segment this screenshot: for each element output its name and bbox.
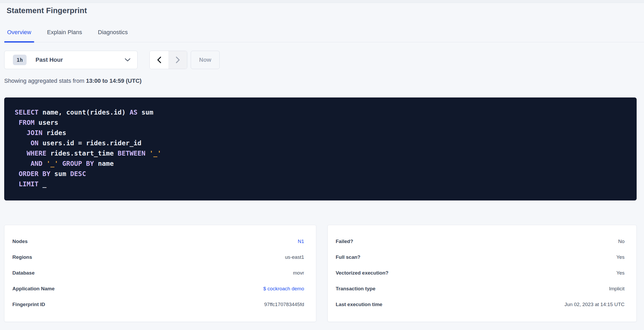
row-value-link[interactable]: $ cockroach demo [263, 286, 304, 292]
summary-row: Full scan?Yes [336, 249, 625, 265]
sql-token-id: name [94, 160, 114, 167]
summary-row: Last execution timeJun 02, 2023 at 14:15… [336, 297, 625, 312]
interval-badge: 1h [13, 55, 27, 65]
tab-diagnostics[interactable]: Diagnostics [95, 24, 131, 42]
summary-card-left: NodesN1Regionsus-east1DatabasemovrApplic… [4, 225, 316, 322]
summary-row: NodesN1 [12, 234, 304, 249]
stats-summary-range: 13:00 to 14:59 (UTC) [86, 78, 142, 84]
sql-token-kw: FROM [19, 119, 34, 126]
row-label: Database [12, 270, 35, 276]
summary-row: Vectorized execution?Yes [336, 265, 625, 281]
top-divider [0, 0, 644, 3]
row-label: Fingerprint ID [12, 302, 45, 307]
row-value: Yes [616, 270, 625, 276]
summary-row: Failed?No [336, 234, 625, 249]
sql-token-id [15, 119, 19, 126]
sql-token-kw: WHERE [27, 149, 46, 157]
sql-token-id [15, 170, 19, 178]
row-value-link[interactable]: N1 [298, 239, 304, 244]
prev-time-button[interactable] [150, 51, 168, 69]
sql-token-id [42, 160, 46, 167]
summary-row: Fingerprint ID97ffc170783445fd [12, 297, 304, 312]
sql-token-kw: ORDER BY [19, 170, 50, 178]
summary-cards: NodesN1Regionsus-east1DatabasemovrApplic… [4, 225, 637, 322]
sql-token-str: '_' [46, 160, 58, 167]
sql-token-id [15, 139, 31, 147]
row-value: No [618, 239, 625, 244]
row-value: Implicit [609, 286, 625, 292]
chevron-right-icon [176, 56, 180, 63]
sql-statement-box: SELECT name, count(rides.id) AS sum FROM… [4, 97, 637, 200]
stats-summary: Showing aggregated stats from 13:00 to 1… [4, 78, 644, 84]
row-label: Failed? [336, 239, 353, 244]
sql-token-id: sum [50, 170, 70, 178]
sql-token-kw: JOIN [27, 129, 42, 137]
row-value: Yes [616, 254, 625, 260]
sql-token-id [15, 180, 19, 188]
sql-token-kw: SELECT [15, 109, 38, 116]
sql-token-id [58, 160, 62, 167]
row-label: Full scan? [336, 254, 360, 260]
sql-token-kw: DESC [70, 170, 86, 178]
sql-token-id [15, 129, 27, 137]
page-title: Statement Fingerprint [7, 6, 644, 15]
sql-token-id [145, 149, 149, 157]
row-label: Nodes [12, 239, 28, 244]
sql-token-id: sum [138, 109, 153, 116]
sql-token-id: name, count(rides.id) [38, 109, 129, 116]
row-value: us-east1 [285, 254, 304, 260]
now-button[interactable]: Now [191, 51, 220, 69]
summary-row: Application Name$ cockroach demo [12, 281, 304, 297]
time-range-dropdown[interactable]: 1h Past Hour [4, 51, 138, 69]
time-pager [149, 51, 187, 69]
sql-token-id [15, 160, 31, 167]
tab-explain-plans[interactable]: Explain Plans [44, 24, 85, 42]
tab-bar: Overview Explain Plans Diagnostics [4, 24, 644, 42]
sql-token-str: '_' [149, 149, 161, 157]
summary-row: Transaction typeImplicit [336, 281, 625, 297]
sql-token-kw: AS [130, 109, 138, 116]
sql-token-kw: AND [31, 160, 42, 167]
summary-card-right: Failed?NoFull scan?YesVectorized executi… [328, 225, 637, 322]
summary-row: Regionsus-east1 [12, 249, 304, 265]
sql-token-id: rides.start_time [46, 149, 118, 157]
sql-token-id [15, 149, 27, 157]
sql-token-kw: ON [31, 139, 38, 147]
row-value: 97ffc170783445fd [264, 302, 304, 307]
time-picker-row: 1h Past Hour Now [4, 51, 644, 69]
row-value: Jun 02, 2023 at 14:15 UTC [565, 302, 625, 307]
sql-code: SELECT name, count(rides.id) AS sum FROM… [15, 107, 626, 189]
next-time-button[interactable] [168, 51, 187, 69]
row-label: Transaction type [336, 286, 375, 292]
sql-token-kw: BETWEEN [118, 149, 145, 157]
row-label: Last execution time [336, 302, 382, 307]
chevron-left-icon [157, 56, 161, 63]
chevron-down-icon [125, 58, 130, 62]
stats-summary-prefix: Showing aggregated stats from [4, 78, 84, 84]
row-label: Vectorized execution? [336, 270, 389, 276]
sql-token-id: users.id = rides.rider_id [38, 139, 141, 147]
sql-token-kw: GROUP BY [62, 160, 94, 167]
time-range-label: Past Hour [36, 56, 125, 63]
tab-overview[interactable]: Overview [4, 24, 34, 42]
summary-row: Databasemovr [12, 265, 304, 281]
row-value: movr [293, 270, 304, 276]
sql-token-kw: LIMIT [19, 180, 38, 188]
sql-token-id: _ [38, 180, 46, 188]
sql-token-id: rides [42, 129, 66, 137]
row-label: Regions [12, 254, 32, 260]
row-label: Application Name [12, 286, 54, 292]
sql-token-id: users [34, 119, 58, 126]
